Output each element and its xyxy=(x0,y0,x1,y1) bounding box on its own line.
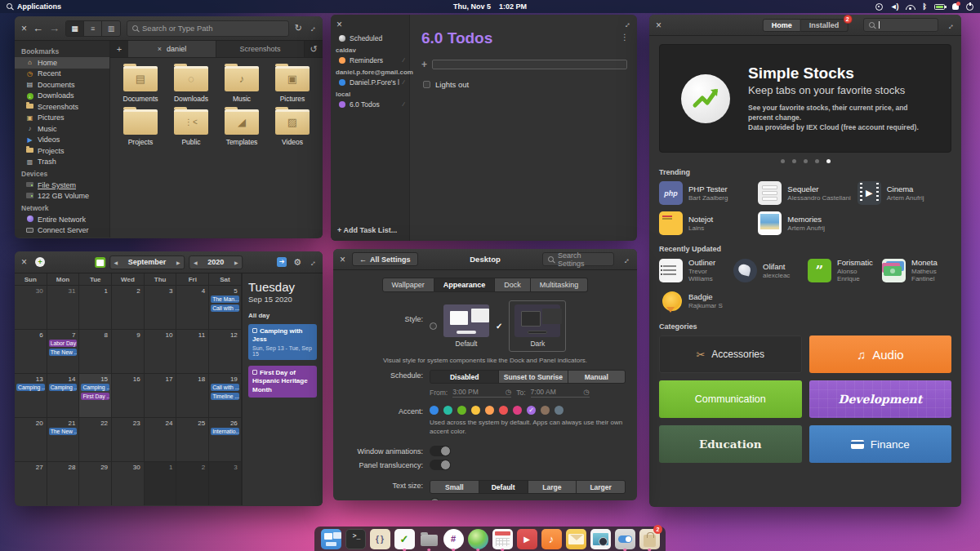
tab-appearance[interactable]: Appearance xyxy=(434,278,496,292)
dock-icon-mail[interactable] xyxy=(565,527,586,550)
app-forismatic[interactable]: ” ForismaticAlonso Enrique xyxy=(808,258,877,282)
export-icon[interactable]: ➔ xyxy=(277,257,287,267)
dock-icon-tasks[interactable]: ✓ xyxy=(394,527,415,550)
tab-wallpaper[interactable]: Wallpaper xyxy=(382,278,434,292)
category-audio[interactable]: ♫ Audio xyxy=(809,335,952,373)
text-size-small[interactable]: Small xyxy=(430,481,479,493)
from-time-input[interactable]: 3:00 PM◷ xyxy=(452,388,511,398)
category-finance[interactable]: Finance xyxy=(809,425,952,463)
day-cell[interactable]: 7 Labor Day The New ... xyxy=(47,330,80,373)
app-olifant[interactable]: Olifantalexcleac xyxy=(733,258,803,282)
accent-purple-selected[interactable]: ✓ xyxy=(527,406,536,415)
dock-icon-multitasking[interactable] xyxy=(320,527,341,550)
text-size-large[interactable]: Large xyxy=(528,481,577,493)
day-cell[interactable]: 28 xyxy=(47,462,80,505)
session-icon[interactable] xyxy=(966,3,973,11)
gear-icon[interactable]: ⚙ xyxy=(293,257,301,268)
forward-icon[interactable]: → xyxy=(49,22,60,34)
app-moneta[interactable]: MonetaMatheus Fantinel xyxy=(882,258,951,282)
column-view-icon[interactable]: ▥ xyxy=(102,21,120,36)
day-cell[interactable]: 3 xyxy=(145,286,177,329)
day-cell[interactable]: 6 xyxy=(15,330,47,373)
accent-mint[interactable] xyxy=(443,406,452,415)
day-cell[interactable]: 17 xyxy=(145,374,177,417)
folder-music[interactable]: ♪Music xyxy=(216,66,267,103)
day-cell[interactable]: 16 xyxy=(112,374,145,417)
schedule-disabled[interactable]: Disabled xyxy=(430,371,499,383)
category-communication[interactable]: Communication xyxy=(659,380,802,418)
text-size-default[interactable]: Default xyxy=(479,481,528,493)
sidebar-item-trash[interactable]: ▩Trash xyxy=(15,157,109,168)
list-menu-icon[interactable]: ⋮ xyxy=(621,33,629,42)
day-cell[interactable]: 8 xyxy=(79,330,112,373)
app-cinema[interactable]: ▶ CinemaArtem Anufrij xyxy=(858,181,951,205)
event-pill[interactable]: Camping ... xyxy=(81,384,109,391)
event-pill[interactable]: Call with ... xyxy=(211,384,239,391)
day-cell[interactable]: 31 xyxy=(47,286,80,329)
day-cell[interactable]: 5 The Man... Call with ... xyxy=(209,286,242,329)
accent-slate[interactable] xyxy=(555,406,564,415)
prev-month-icon[interactable]: ◀ xyxy=(110,260,122,265)
category-development[interactable]: Development xyxy=(809,380,952,418)
category-accessories[interactable]: ✂ Accessories xyxy=(659,335,802,373)
day-cell[interactable]: 14 Camping ... xyxy=(47,374,80,417)
tasks-list-reminders[interactable]: Reminders ∕ xyxy=(331,55,409,65)
app-badgie[interactable]: BadgieRajkumar S xyxy=(659,289,728,313)
day-cell[interactable]: 30 xyxy=(15,286,47,329)
day-cell[interactable]: 12 xyxy=(209,330,242,373)
files-search-input[interactable]: Search or Type Path xyxy=(127,20,289,37)
settings-search-input[interactable]: Search Settings xyxy=(542,252,614,266)
event-pill[interactable]: Labor Day xyxy=(49,340,78,347)
carousel-dots[interactable] xyxy=(659,159,951,163)
next-year-icon[interactable]: ▶ xyxy=(230,260,242,265)
sidebar-item-connect-server[interactable]: Connect Server xyxy=(15,225,109,237)
tab-installed[interactable]: Installed 2 xyxy=(801,19,849,32)
event-pill[interactable]: Internatio... xyxy=(211,428,239,435)
event-pill[interactable]: The Man... xyxy=(211,295,239,303)
close-icon[interactable]: × xyxy=(340,255,345,264)
schedule-sunset[interactable]: Sunset to Sunrise xyxy=(499,371,568,383)
accessibility-icon[interactable] xyxy=(875,3,883,11)
day-cell[interactable]: 24 xyxy=(145,418,177,461)
tab-home[interactable]: Home xyxy=(763,19,801,32)
all-settings-button[interactable]: ← All Settings xyxy=(352,252,418,266)
sidebar-item-screenshots[interactable]: Screenshots xyxy=(15,101,109,113)
tab-dock[interactable]: Dock xyxy=(495,278,531,292)
applications-menu[interactable]: Applications xyxy=(7,2,61,11)
tasks-list-daniel[interactable]: Daniel.P.Fore's list ∕ xyxy=(331,77,409,87)
folder-templates[interactable]: ◢Templates xyxy=(216,109,267,146)
accent-blue[interactable] xyxy=(430,406,439,415)
day-cell[interactable]: 2 xyxy=(176,462,209,505)
dock-icon-appcenter[interactable]: 2 xyxy=(639,527,660,550)
add-event-icon[interactable]: + xyxy=(35,257,45,267)
dock-icon-videos[interactable]: ▶ xyxy=(516,527,537,550)
event-pill[interactable]: First Day ... xyxy=(81,393,109,400)
window-animations-toggle[interactable] xyxy=(430,446,451,456)
accent-orange[interactable] xyxy=(485,406,494,415)
style-dark-option[interactable]: Dark xyxy=(509,300,566,352)
event-pill[interactable]: Call with ... xyxy=(211,304,239,312)
event-pill[interactable]: Timeline ... xyxy=(211,393,239,400)
resize-icon[interactable]: ↔ xyxy=(621,18,633,30)
folder-documents[interactable]: ▤Documents xyxy=(115,66,166,103)
task-row[interactable]: Lights out xyxy=(421,80,627,89)
style-default-option[interactable]: Default xyxy=(443,304,489,348)
day-cell[interactable]: 25 xyxy=(176,418,209,461)
day-cell[interactable]: 22 xyxy=(79,418,112,461)
day-cell[interactable]: 26 Internatio... xyxy=(209,418,242,461)
day-cell-selected[interactable]: 15 Camping ... First Day ... xyxy=(79,374,112,417)
sidebar-item-home[interactable]: ⌂Home xyxy=(15,57,109,69)
dock-icon-web-browser[interactable] xyxy=(467,527,488,550)
dock-icon-calendar[interactable] xyxy=(492,527,513,550)
day-cell[interactable]: 27 xyxy=(15,462,47,505)
day-cell[interactable]: 19 Call with ... Timeline ... xyxy=(209,374,242,417)
dock-icon-photos[interactable] xyxy=(590,527,611,550)
tab-history-icon[interactable]: ↺ xyxy=(305,41,323,57)
dock-icon-slack[interactable]: # xyxy=(443,527,464,550)
resize-icon[interactable]: ↔ xyxy=(306,22,318,34)
add-task-list-button[interactable]: + Add Task List... xyxy=(337,226,397,234)
resize-icon[interactable]: ↔ xyxy=(944,20,956,32)
close-icon[interactable]: × xyxy=(21,257,27,267)
day-cell[interactable]: 10 xyxy=(145,330,177,373)
day-cell[interactable]: 18 xyxy=(176,374,209,417)
